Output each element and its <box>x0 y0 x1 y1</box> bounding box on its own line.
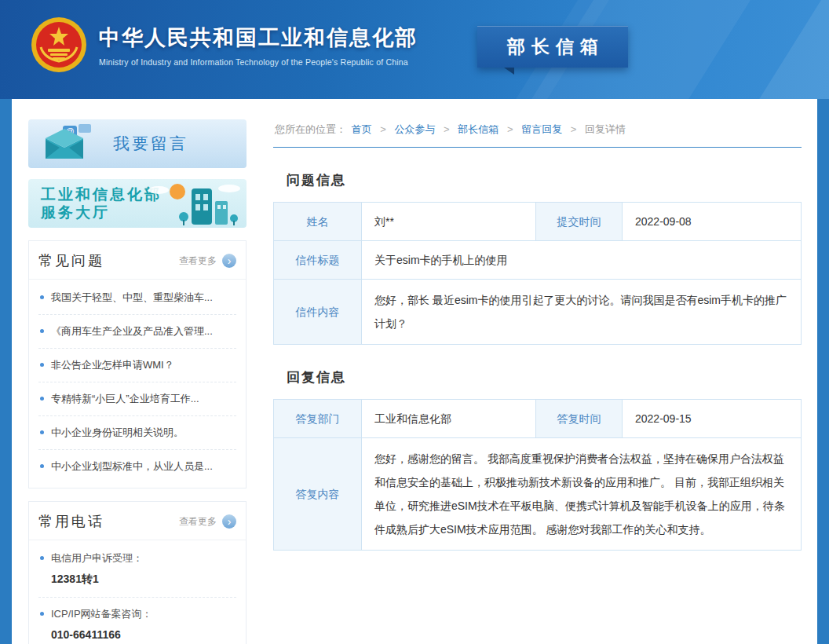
table-row: 信件标题 关于esim卡的手机上的使用 <box>274 241 802 280</box>
reply-content-value: 您好，感谢您的留言。 我部高度重视保护消费者合法权益，坚持在确保用户合法权益和信… <box>362 438 802 551</box>
phone-number: 010-66411166 <box>51 628 236 641</box>
question-section-title: 问题信息 <box>287 171 802 189</box>
reply-info-table: 答复部门 工业和信息化部 答复时间 2022-09-15 答复内容 您好，感谢您… <box>273 399 802 551</box>
phone-item: ICP/IP网站备案咨询： 010-66411166 <box>38 598 236 644</box>
faq-more-link[interactable]: 查看更多 <box>179 254 217 268</box>
faq-item-label: 专精特新“小巨人”企业培育工作... <box>51 392 199 406</box>
submit-time-label: 提交时间 <box>536 203 623 241</box>
service-hall-illustration-icon <box>148 181 242 228</box>
table-row: 答复内容 您好，感谢您的留言。 我部高度重视保护消费者合法权益，坚持在确保用户合… <box>274 438 802 551</box>
reply-dept-value: 工业和信息化部 <box>362 400 536 438</box>
service-hall-banner[interactable]: 工业和信息化部 服务大厅 <box>28 179 247 228</box>
letter-content-value: 您好，部长 最近esim卡的使用引起了更大的讨论。请问我国是否有esim手机卡的… <box>362 280 802 345</box>
breadcrumb-link-home[interactable]: 首页 <box>352 123 372 135</box>
bullet-dot-icon <box>40 363 44 367</box>
faq-title: 常见问题 <box>38 251 179 270</box>
table-row: 信件内容 您好，部长 最近esim卡的使用引起了更大的讨论。请问我国是否有esi… <box>274 280 802 345</box>
site-subtitle: Ministry of Industry and Information Tec… <box>99 57 418 67</box>
question-info-table: 姓名 刘** 提交时间 2022-09-08 信件标题 关于esim卡的手机上的… <box>273 202 802 345</box>
site-header: 中华人民共和国工业和信息化部 Ministry of Industry and … <box>0 0 829 99</box>
chevron-right-circle-icon[interactable]: › <box>222 254 236 268</box>
reply-section-title: 回复信息 <box>287 368 802 386</box>
faq-item[interactable]: 中小企业身份证明相关说明。 <box>38 416 236 450</box>
faq-item-label: 中小企业身份证明相关说明。 <box>51 426 184 440</box>
faq-item-label: 非公告企业怎样申请WMI？ <box>51 358 174 372</box>
bullet-dot-icon <box>40 612 44 616</box>
main-content: 您所在的位置： 首页 > 公众参与 > 部长信箱 > 留言回复 > 回复详情 问… <box>273 119 802 644</box>
envelope-icon: @ <box>41 124 99 163</box>
national-emblem-icon <box>30 16 88 74</box>
breadcrumb-separator: > <box>444 123 450 135</box>
minister-mailbox-ribbon: 部长信箱 <box>477 26 628 68</box>
faq-card-header: 常见问题 查看更多 › <box>29 241 246 280</box>
page-container: @ 我要留言 工业和信息化部 服务大厅 <box>12 99 817 644</box>
breadcrumb-prefix: 您所在的位置： <box>275 123 346 135</box>
name-label: 姓名 <box>274 203 362 241</box>
faq-item[interactable]: 专精特新“小巨人”企业培育工作... <box>38 382 236 416</box>
phone-label: 电信用户申诉受理： <box>51 551 143 565</box>
reply-content-label: 答复内容 <box>274 438 362 551</box>
site-title-block: 中华人民共和国工业和信息化部 Ministry of Industry and … <box>99 24 418 67</box>
letter-content-label: 信件内容 <box>274 280 362 345</box>
table-row: 答复部门 工业和信息化部 答复时间 2022-09-15 <box>274 400 802 438</box>
bullet-dot-icon <box>40 464 44 468</box>
submit-time-value: 2022-09-08 <box>623 203 802 241</box>
faq-item[interactable]: 《商用车生产企业及产品准入管理... <box>38 315 236 349</box>
letter-title-value: 关于esim卡的手机上的使用 <box>362 241 802 280</box>
breadcrumb-link-message-reply[interactable]: 留言回复 <box>521 123 562 135</box>
phones-list: 电信用户申诉受理： 12381转1 ICP/IP网站备案咨询： 010-6641… <box>29 540 246 644</box>
reply-dept-label: 答复部门 <box>274 400 362 438</box>
breadcrumb-link-minister-mailbox[interactable]: 部长信箱 <box>458 123 498 135</box>
leave-message-label: 我要留言 <box>113 133 188 155</box>
bullet-dot-icon <box>40 430 44 434</box>
reply-time-value: 2022-09-15 <box>623 400 802 438</box>
bullet-dot-icon <box>40 397 44 401</box>
faq-item-label: 我国关于轻型、中型、重型柴油车... <box>51 291 213 305</box>
bullet-dot-icon <box>40 556 44 560</box>
table-row: 姓名 刘** 提交时间 2022-09-08 <box>274 203 802 241</box>
phones-title: 常用电话 <box>38 512 179 531</box>
breadcrumb-separator: > <box>571 123 577 135</box>
site-title: 中华人民共和国工业和信息化部 <box>99 24 418 52</box>
faq-item[interactable]: 中小企业划型标准中，从业人员是... <box>38 450 236 483</box>
phone-item: 电信用户申诉受理： 12381转1 <box>38 542 236 598</box>
leave-message-banner[interactable]: @ 我要留言 <box>28 119 247 168</box>
faq-list: 我国关于轻型、中型、重型柴油车... 《商用车生产企业及产品准入管理... 非公… <box>29 280 246 488</box>
breadcrumb-link-public-participation[interactable]: 公众参与 <box>394 123 435 135</box>
bullet-dot-icon <box>40 295 44 299</box>
breadcrumb-separator: > <box>380 123 386 135</box>
phone-label: ICP/IP网站备案咨询： <box>51 607 152 621</box>
phones-card-header: 常用电话 查看更多 › <box>29 502 246 540</box>
bullet-dot-icon <box>40 329 44 333</box>
faq-item[interactable]: 我国关于轻型、中型、重型柴油车... <box>38 281 236 315</box>
breadcrumb: 您所在的位置： 首页 > 公众参与 > 部长信箱 > 留言回复 > 回复详情 <box>273 119 802 148</box>
breadcrumb-separator: > <box>507 123 513 135</box>
letter-title-label: 信件标题 <box>274 241 362 280</box>
sidebar: @ 我要留言 工业和信息化部 服务大厅 <box>28 119 247 644</box>
breadcrumb-current: 回复详情 <box>585 123 626 135</box>
phone-number: 12381转1 <box>51 573 236 587</box>
faq-card: 常见问题 查看更多 › 我国关于轻型、中型、重型柴油车... 《商用车生产企业及… <box>28 240 247 488</box>
faq-item[interactable]: 非公告企业怎样申请WMI？ <box>38 349 236 382</box>
phones-card: 常用电话 查看更多 › 电信用户申诉受理： 12381转1 ICP/IP网站备案… <box>28 501 247 644</box>
name-value: 刘** <box>362 203 536 241</box>
faq-item-label: 《商用车生产企业及产品准入管理... <box>51 324 213 338</box>
chevron-right-circle-icon[interactable]: › <box>222 514 236 529</box>
faq-item-label: 中小企业划型标准中，从业人员是... <box>51 459 213 474</box>
phones-more-link[interactable]: 查看更多 <box>179 515 217 529</box>
reply-time-label: 答复时间 <box>536 400 623 438</box>
